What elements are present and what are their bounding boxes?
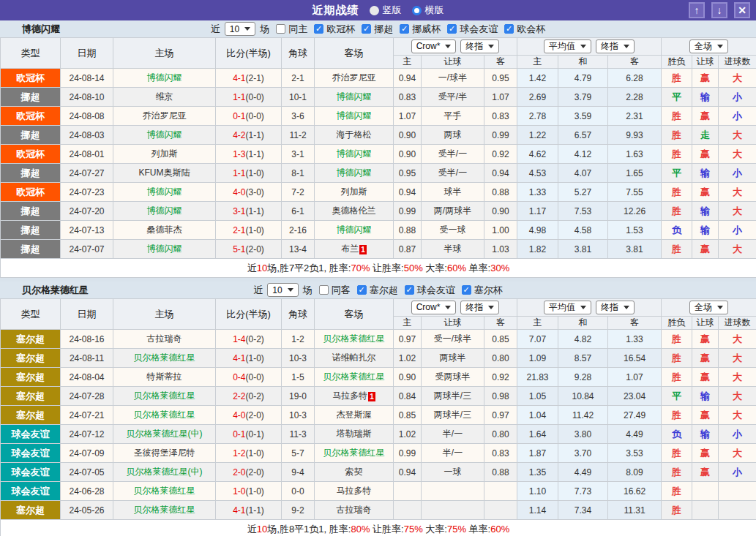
chevron-down-icon xyxy=(288,288,293,292)
away-team: 马拉多特1 xyxy=(315,387,394,406)
window-title: 近期战绩 xyxy=(312,4,359,18)
average-select[interactable]: 平均值 xyxy=(544,301,591,314)
layout-radio-group: 竖版 横版 xyxy=(370,4,444,17)
score-cell: 0-1(0-1) xyxy=(216,425,282,444)
chevron-down-icon xyxy=(488,45,494,48)
home-team: 圣彼得堡泽尼特 xyxy=(113,444,216,463)
result-handicap: 赢 xyxy=(692,406,719,425)
handicap-line: 半/一 xyxy=(422,444,484,463)
home-team: 博德闪耀 xyxy=(113,69,216,88)
league-checkbox-1[interactable]: ✓ xyxy=(362,24,371,34)
result-handicap: 输 xyxy=(692,202,719,221)
handicap-line: 受半/一 xyxy=(422,145,484,164)
same-venue-checkbox[interactable] xyxy=(319,285,329,295)
corner-count: 7-2 xyxy=(282,183,315,202)
half-time-score: (2-0) xyxy=(246,467,264,478)
avg-time-select[interactable]: 终指 xyxy=(596,301,635,314)
result-goals: 大 xyxy=(719,406,756,425)
average-select[interactable]: 平均值 xyxy=(544,39,591,53)
league-checkbox-2[interactable]: ✓ xyxy=(400,24,409,34)
handicap-line: 两球半 xyxy=(422,349,484,368)
bookmaker-select[interactable]: Crow* xyxy=(411,301,457,314)
away-team: 列加斯 xyxy=(315,183,394,202)
home-odds: 0.84 xyxy=(394,387,422,406)
home-team: 维京 xyxy=(113,88,216,107)
half-time-score: (2-1) xyxy=(246,73,264,83)
league-checkbox-3[interactable]: ✓ xyxy=(447,24,457,34)
match-date: 24-08-08 xyxy=(61,107,113,126)
avg-away-odds: 23.04 xyxy=(608,387,662,406)
result-goals: 小 xyxy=(719,88,756,107)
avg-home-odds: 1.33 xyxy=(517,183,558,202)
home-odds: 0.88 xyxy=(394,221,422,240)
radio-vertical[interactable]: 竖版 xyxy=(370,4,402,17)
result-goals: 大 xyxy=(719,444,756,463)
result-outcome: 平 xyxy=(662,88,692,107)
away-team: 博德闪耀 xyxy=(315,164,394,183)
league-checkbox-2[interactable]: ✓ xyxy=(462,285,471,295)
corner-count: 13-4 xyxy=(282,240,315,259)
summary-segment: 让胜率: xyxy=(370,263,403,273)
league-checkbox-1[interactable]: ✓ xyxy=(405,285,414,295)
result-handicap: 赢 xyxy=(692,145,719,164)
bookmaker-select[interactable]: Crow* xyxy=(411,39,457,53)
radio-dot-icon[interactable] xyxy=(370,6,379,15)
close-button[interactable]: ✕ xyxy=(734,2,750,18)
league-checkbox-0[interactable]: ✓ xyxy=(357,285,367,295)
table-row: 塞尔超24-05-26贝尔格莱德红星4-1(1-1)9-2古拉瑞奇1.147.3… xyxy=(1,501,756,520)
result-goals: 大 xyxy=(719,240,756,259)
avg-draw-odds: 3.70 xyxy=(558,444,608,463)
home-odds: 0.90 xyxy=(394,145,422,164)
avg-home-odds: 1.04 xyxy=(517,406,558,425)
avg-draw-odds: 3.79 xyxy=(558,88,608,107)
league-badge: 塞尔超 xyxy=(1,330,61,349)
sub-avg-draw: 和 xyxy=(558,56,608,69)
col-date: 日期 xyxy=(61,299,113,330)
corner-count: 0-0 xyxy=(282,482,315,501)
league-badge: 球会友谊 xyxy=(1,482,61,501)
result-outcome: 平 xyxy=(662,164,692,183)
league-checkbox-4[interactable]: ✓ xyxy=(504,24,514,34)
avg-draw-odds: 11.42 xyxy=(558,406,608,425)
avg-time-select[interactable]: 终指 xyxy=(596,39,635,53)
move-up-button[interactable]: ↑ xyxy=(689,2,705,18)
league-checkbox-0[interactable]: ✓ xyxy=(314,24,323,34)
sub-avg-away: 客 xyxy=(608,56,662,69)
full-time-score: 1-3 xyxy=(233,149,245,159)
avg-home-odds: 1.35 xyxy=(517,463,558,482)
same-venue-checkbox[interactable] xyxy=(276,24,285,34)
chevron-down-icon xyxy=(445,45,451,48)
recent-count-select[interactable]: 10 xyxy=(225,22,255,36)
odds-time-select[interactable]: 终指 xyxy=(460,39,499,53)
full-time-score: 4-1 xyxy=(233,73,245,83)
scope-select[interactable]: 全场 xyxy=(689,39,728,53)
avg-away-odds: 3.81 xyxy=(608,240,662,259)
result-goals: 小 xyxy=(719,164,756,183)
sub-handicap: 让球 xyxy=(422,56,484,69)
radio-horizontal[interactable]: 横版 xyxy=(412,4,444,17)
sub-avg-away: 客 xyxy=(608,317,662,330)
home-team: 博德闪耀 xyxy=(113,202,216,221)
league-badge: 塞尔超 xyxy=(1,387,61,406)
match-date: 24-08-03 xyxy=(61,126,113,145)
handicap-line: 受两球半 xyxy=(422,368,484,387)
table-row: 欧冠杯24-08-14博德闪耀4-1(2-1)2-1乔治罗尼亚0.94一/球半0… xyxy=(1,69,756,88)
move-down-button[interactable]: ↓ xyxy=(711,2,727,18)
handicap-line: 一球 xyxy=(422,463,484,482)
match-date: 24-08-04 xyxy=(61,368,113,387)
odds-time-select[interactable]: 终指 xyxy=(460,301,499,314)
games-label: 场 xyxy=(303,284,312,297)
league-badge: 塞尔超 xyxy=(1,501,61,520)
away-team: 诺维帕扎尔 xyxy=(315,349,394,368)
half-time-score: (1-0) xyxy=(246,168,264,178)
scope-select[interactable]: 全场 xyxy=(689,301,728,314)
summary-segment: 70% xyxy=(351,263,370,273)
result-goals: 大 xyxy=(719,368,756,387)
summary-segment: 60% xyxy=(490,524,509,535)
match-date: 24-07-07 xyxy=(61,240,113,259)
radio-dot-icon[interactable] xyxy=(412,6,422,15)
score-cell: 1-3(1-1) xyxy=(216,145,282,164)
score-cell: 1-1(0-0) xyxy=(216,88,282,107)
recent-count-select[interactable]: 10 xyxy=(267,283,298,297)
corner-count: 11-2 xyxy=(282,126,315,145)
